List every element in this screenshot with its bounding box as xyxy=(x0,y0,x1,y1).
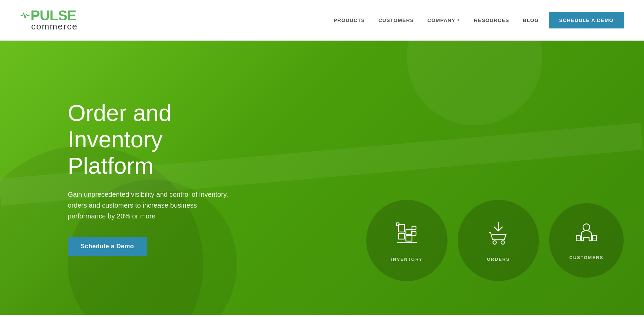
customers-label: CUSTOMERS xyxy=(569,255,604,260)
svg-point-10 xyxy=(501,241,504,244)
chevron-down-icon: ▼ xyxy=(457,18,460,22)
orders-label: ORDERS xyxy=(487,257,510,262)
header: PULSE commerce PRODUCTS CUSTOMERS COMPAN… xyxy=(0,0,644,41)
nav-item-products[interactable]: PRODUCTS xyxy=(334,17,365,23)
logo-pulse: PULSE xyxy=(20,8,78,23)
main-nav: PRODUCTS CUSTOMERS COMPANY ▼ RESOURCES B… xyxy=(334,17,539,23)
hero-content: Order and Inventory Platform Gain unprec… xyxy=(0,72,254,283)
nav-item-blog[interactable]: BLOG xyxy=(523,17,539,23)
hero-subtitle: Gain unprecedented visibility and contro… xyxy=(68,189,234,221)
inventory-icon xyxy=(392,219,422,251)
nav-item-customers[interactable]: CUSTOMERS xyxy=(378,17,414,23)
logo-pulse-text: PULSE xyxy=(30,8,76,23)
hero-section: Order and Inventory Platform Gain unprec… xyxy=(0,41,644,315)
hero-features: INVENTORY ORDERS xyxy=(366,200,624,281)
bg-circle-3 xyxy=(407,41,542,125)
customers-icon xyxy=(573,221,600,250)
hero-title: Order and Inventory Platform xyxy=(68,100,234,179)
hero-schedule-demo-button[interactable]: Schedule a Demo xyxy=(68,237,147,256)
inventory-label: INVENTORY xyxy=(391,257,422,262)
svg-rect-5 xyxy=(412,226,416,230)
orders-icon xyxy=(483,219,514,251)
feature-orders[interactable]: ORDERS xyxy=(458,200,539,281)
nav-item-resources[interactable]: RESOURCES xyxy=(474,17,509,23)
svg-point-9 xyxy=(493,241,496,244)
svg-rect-3 xyxy=(406,236,412,241)
svg-rect-4 xyxy=(396,223,399,226)
logo[interactable]: PULSE commerce xyxy=(20,8,78,32)
nav-item-company[interactable]: COMPANY ▼ xyxy=(428,17,460,23)
feature-customers[interactable]: CUSTOMERS xyxy=(549,203,624,278)
logo-commerce-text: commerce xyxy=(31,21,78,32)
header-schedule-demo-button[interactable]: SCHEDULE A DEMO xyxy=(549,12,624,28)
feature-inventory[interactable]: INVENTORY xyxy=(366,200,448,281)
svg-rect-1 xyxy=(398,234,404,239)
svg-point-11 xyxy=(583,224,590,231)
pulse-icon xyxy=(20,11,30,20)
